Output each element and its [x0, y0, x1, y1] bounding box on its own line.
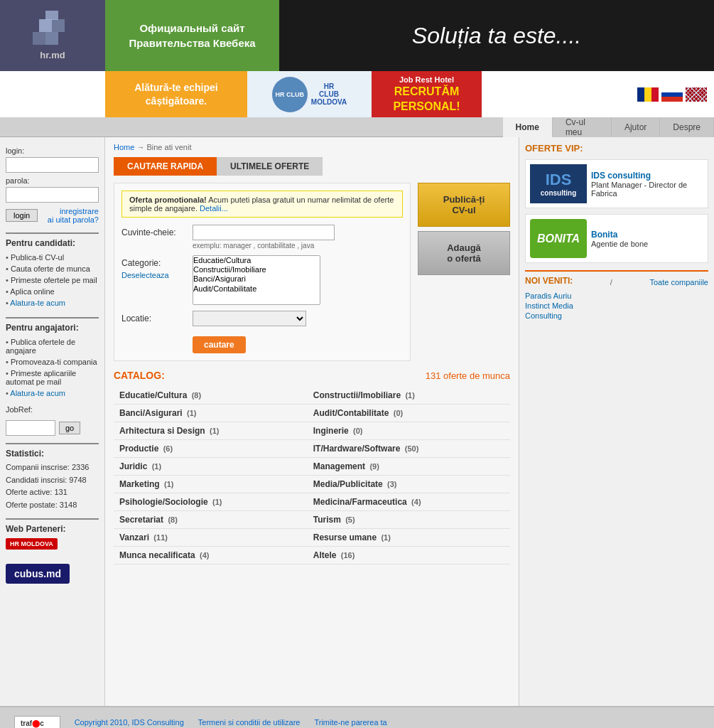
tab-ajutor[interactable]: Ajutor — [612, 117, 660, 137]
tab-home[interactable]: Home — [503, 117, 553, 137]
cat-link-secretariat[interactable]: Secretariat (8) — [119, 515, 178, 525]
employers-section: Pentru angajatori: Publica ofertele de a… — [6, 317, 99, 399]
hr-moldova-badge[interactable]: HR MOLDOVA — [6, 538, 99, 554]
hr-moldova-text[interactable]: HR MOLDOVA — [6, 538, 58, 550]
search-button[interactable]: cautare — [193, 336, 246, 353]
employers-list: Publica ofertele de angajare Promoveaza-… — [6, 336, 99, 399]
register-link[interactable]: inregistrare — [60, 207, 99, 215]
search-form: Oferta promotionala! Acum puteti plasa g… — [114, 183, 411, 361]
table-row: Marketing (1) Media/Publicitate (3) — [114, 476, 510, 493]
add-offer-button[interactable]: Adaugă o ofertă — [418, 231, 510, 275]
vip-card-bonita[interactable]: BONITA Bonita Agentie de bone — [525, 214, 708, 263]
table-row: Productie (6) IT/Hardware/Software (50) — [114, 440, 510, 458]
cubus-text[interactable]: cubus.md — [6, 564, 70, 584]
candidate-item-3: Primeste ofertele pe mail — [6, 274, 99, 286]
cat-link-juridic[interactable]: Juridic (1) — [119, 461, 161, 471]
keywords-input[interactable] — [193, 225, 335, 240]
cat-link-inginerie[interactable]: Inginerie (0) — [313, 426, 363, 436]
candidate-join-link[interactable]: Alatura-te acum — [10, 299, 65, 307]
noi-company-consulting[interactable]: Consulting — [525, 311, 708, 320]
table-row: Vanzari (11) Resurse umane (1) — [114, 529, 510, 547]
cat-link-it[interactable]: IT/Hardware/Software (50) — [313, 444, 419, 454]
svg-rect-4 — [45, 11, 58, 20]
main-nav: Home Cv-ul meu Ajutor Despre — [0, 117, 714, 137]
breadcrumb-separator: → — [136, 143, 144, 151]
footer: traf⬤cRANKING Copyright 2010, IDS Consul… — [0, 706, 714, 728]
tab-despre[interactable]: Despre — [660, 117, 714, 137]
vip-company-bonita[interactable]: Bonita — [591, 230, 703, 240]
tab-cv[interactable]: Cv-ul meu — [553, 117, 612, 137]
employer-join-link[interactable]: Alatura-te acum — [10, 389, 65, 397]
login-button[interactable]: login — [6, 209, 38, 222]
login-label: login: — [6, 146, 99, 155]
breadcrumb-home[interactable]: Home — [114, 143, 134, 151]
main-nav-spacer — [0, 117, 503, 136]
catalog-count: 131 oferte de munca — [426, 370, 510, 381]
location-select[interactable] — [193, 311, 306, 326]
tab-cautare-rapida[interactable]: CAUTARE RAPIDA — [114, 157, 217, 176]
cat-link-management[interactable]: Management (9) — [313, 461, 379, 471]
employer-item-3: Primeste aplicariile automat pe mail — [6, 368, 99, 387]
cubus-badge[interactable]: cubus.md — [6, 564, 99, 584]
cat-cell-8: IT/Hardware/Software (50) — [308, 440, 510, 458]
go-button[interactable]: go — [59, 422, 80, 434]
cat-link-productie[interactable]: Productie (6) — [119, 444, 173, 454]
footer-feedback[interactable]: Trimite-ne parerea ta — [314, 718, 386, 727]
deselect-link[interactable]: Deselecteaza — [121, 271, 193, 279]
tab-ultimele-oferte[interactable]: ULTIMELE OFERTE — [217, 157, 323, 176]
table-row: Banci/Asigurari (1) Audit/Contabilitate … — [114, 405, 510, 422]
jobref-input[interactable] — [6, 420, 55, 436]
footer-links: Copyright 2010, IDS Consulting Termeni s… — [75, 718, 387, 729]
cat-link-arhitectura[interactable]: Arhitectura si Design (1) — [119, 426, 219, 436]
cat-link-psihologie[interactable]: Psihologie/Sociologie (1) — [119, 497, 222, 507]
cat-link-banci[interactable]: Banci/Asigurari (1) — [119, 408, 196, 418]
cat-link-turism[interactable]: Turism (5) — [313, 515, 355, 525]
location-label: Locatie: — [121, 311, 193, 323]
flag-uk[interactable] — [686, 87, 707, 102]
employer-item-4[interactable]: Alatura-te acum — [6, 387, 99, 399]
candidate-item-5[interactable]: Alatura-te acum — [6, 297, 99, 309]
footer-copyright[interactable]: Copyright 2010, IDS Consulting — [75, 718, 184, 727]
publish-cv-button[interactable]: Publică-ți CV-ul — [418, 183, 510, 227]
cat-link-audit[interactable]: Audit/Contabilitate (0) — [313, 408, 403, 418]
trafic-badge[interactable]: traf⬤cRANKING — [14, 716, 60, 728]
search-with-actions: Oferta promotionala! Acum puteti plasa g… — [114, 183, 510, 361]
vip-card-ids[interactable]: IDS consulting IDS consulting Plant Mana… — [525, 159, 708, 208]
cat-link-resurse[interactable]: Resurse umane (1) — [313, 532, 391, 542]
noi-all-link[interactable]: Toate companiile — [649, 278, 708, 287]
password-input[interactable] — [6, 187, 99, 203]
flag-ro[interactable] — [637, 87, 659, 102]
footer-terms[interactable]: Termeni si conditii de utilizare — [198, 718, 301, 727]
search-tabs: CAUTARE RAPIDA ULTIMELE OFERTE — [114, 157, 510, 176]
category-select[interactable]: Educatie/Cultura Constructii/Imobiliare … — [193, 255, 320, 305]
vip-company-ids[interactable]: IDS consulting — [591, 171, 703, 181]
table-row: Secretariat (8) Turism (5) — [114, 511, 510, 529]
category-label: Categorie: Deselecteaza — [121, 255, 193, 279]
banner-join[interactable]: Alătură-te echipei câștigătoare. — [105, 71, 247, 117]
keywords-row: Cuvinte-cheie: exemplu: manager , contab… — [121, 225, 403, 250]
forgot-link[interactable]: ai uitat parola? — [48, 215, 99, 224]
breadcrumb: Home → Bine ati venit — [114, 143, 510, 151]
cat-link-educatie[interactable]: Educatie/Cultura (8) — [119, 390, 201, 400]
cat-opt-2: Constructii/Imobiliare — [193, 265, 320, 274]
cat-link-munca[interactable]: Munca necalificata (4) — [119, 550, 210, 560]
cat-link-media[interactable]: Media/Publicitate (3) — [313, 479, 397, 489]
noi-company-instinct[interactable]: Instinct Media — [525, 301, 708, 310]
noi-company-paradis[interactable]: Paradis Auriu — [525, 291, 708, 300]
banner-hrclub[interactable]: HR CLUB HRCLUBMOLDOVA — [247, 71, 372, 117]
cat-link-altele[interactable]: Altele (16) — [313, 550, 355, 560]
candidates-list: Publica-ti CV-ul Cauta oferte de munca P… — [6, 252, 99, 309]
banner-qc[interactable]: Официальный сайт Правительства Квебека — [105, 0, 279, 71]
stats-section: Statistici: Companii inscrise: 2336 Cand… — [6, 443, 99, 511]
cat-link-constructii[interactable]: Constructii/Imobiliare (1) — [313, 390, 415, 400]
flag-ru[interactable] — [661, 87, 683, 102]
cat-link-medicina[interactable]: Medicina/Farmaceutica (4) — [313, 497, 421, 507]
banner-solution[interactable]: Soluția ta este.... — [279, 0, 714, 71]
detalii-link[interactable]: Detalii... — [200, 204, 228, 213]
login-input[interactable] — [6, 157, 99, 173]
cat-link-marketing[interactable]: Marketing (1) — [119, 479, 173, 489]
employer-item-2: Promoveaza-ti compania — [6, 356, 99, 368]
banner-hotel[interactable]: Job Rest HotelRECRUTĂM PERSONAL! — [372, 71, 482, 117]
cat-link-vanzari[interactable]: Vanzari (11) — [119, 532, 168, 542]
table-row: Juridic (1) Management (9) — [114, 458, 510, 476]
